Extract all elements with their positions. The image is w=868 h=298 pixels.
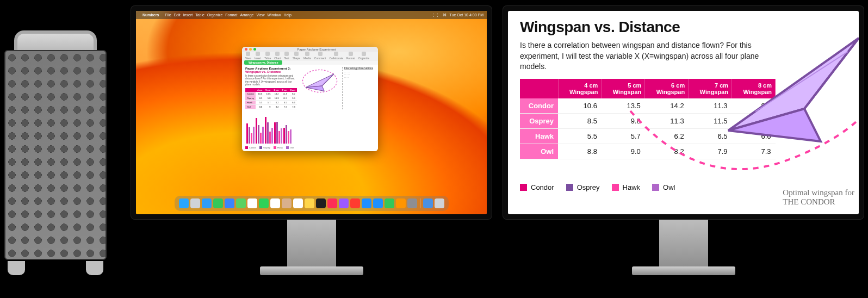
dock-app-reminders-icon[interactable] bbox=[293, 198, 303, 208]
numbers-window[interactable]: Paper Airplane Experiment ViewInsertTabl… bbox=[242, 47, 378, 151]
toolbar-button[interactable]: Text bbox=[284, 52, 289, 60]
dock-app-calendar-icon[interactable] bbox=[270, 198, 280, 208]
sheet-tab[interactable]: Wingspan vs. Distance bbox=[244, 60, 282, 65]
menubar-item[interactable]: Edit bbox=[174, 13, 181, 17]
data-table-small[interactable]: 4 cm5 cm6 cm7 cm8 cmCondor10.613.514.211… bbox=[245, 88, 297, 109]
dock-app-settings-icon[interactable] bbox=[407, 198, 417, 208]
dock-app-contacts-icon[interactable] bbox=[282, 198, 292, 208]
toolbar-button[interactable]: Shape bbox=[293, 52, 300, 60]
toolbar-button[interactable]: Organize bbox=[358, 52, 369, 60]
dock-app-facetime-icon[interactable] bbox=[259, 198, 269, 208]
dock-app-launchpad-icon[interactable] bbox=[190, 198, 200, 208]
chart-bar-group bbox=[274, 122, 282, 144]
dock-app-news-icon[interactable] bbox=[350, 198, 360, 208]
legend-item: Condor bbox=[245, 146, 256, 149]
menubar-item[interactable]: Insert bbox=[183, 13, 193, 17]
dock-app-trash-icon[interactable] bbox=[435, 198, 444, 208]
table-cell[interactable]: 9.8 bbox=[602, 113, 645, 128]
chart-bar-group bbox=[283, 125, 292, 144]
zoomed-document-screen[interactable]: Wingspan vs. Distance Is there a correla… bbox=[508, 11, 859, 214]
menubar-wifi-icon[interactable]: ⋮⋮ bbox=[432, 13, 439, 17]
menubar-item[interactable]: Table bbox=[195, 13, 204, 17]
toolbar-button[interactable]: View bbox=[245, 52, 251, 60]
dock-app-messages-icon[interactable] bbox=[213, 198, 223, 208]
chart-bar-group bbox=[265, 117, 273, 144]
table-row[interactable]: Hawk5.55.76.26.56.6 bbox=[245, 100, 297, 104]
dock-separator bbox=[420, 198, 420, 208]
dock-app-safari-icon[interactable] bbox=[202, 198, 212, 208]
table-cell[interactable]: 5.5 bbox=[558, 128, 602, 144]
desktop-screen[interactable]: Numbers FileEditInsertTableOrganizeForma… bbox=[136, 11, 487, 214]
menubar-clock[interactable]: Tue Oct 10 4:00 PM bbox=[450, 13, 483, 17]
table-cell[interactable]: 14.2 bbox=[645, 98, 689, 114]
chart-bar bbox=[249, 127, 250, 143]
dock-app-maps-icon[interactable] bbox=[236, 198, 246, 208]
toolbar-button[interactable]: Insert bbox=[255, 52, 262, 60]
legend-item: Condor bbox=[520, 183, 554, 191]
toolbar-button[interactable]: Table bbox=[264, 52, 271, 60]
toolbar-button[interactable]: Chart bbox=[274, 52, 281, 60]
table-cell[interactable]: 9.0 bbox=[602, 144, 645, 159]
mac-pro-body bbox=[4, 50, 107, 260]
table-cell[interactable]: 8.8 bbox=[558, 144, 602, 159]
dock-app-downloads-icon[interactable] bbox=[423, 198, 433, 208]
dock-app-pages-icon[interactable] bbox=[396, 198, 406, 208]
dock[interactable] bbox=[175, 196, 449, 211]
menubar-app-name[interactable]: Numbers bbox=[142, 13, 159, 17]
dock-app-appstore-icon[interactable] bbox=[362, 198, 371, 208]
dock-app-podcasts-icon[interactable] bbox=[339, 198, 349, 208]
column-header[interactable]: 4 cm Wingspan bbox=[558, 79, 602, 98]
toolbar-button[interactable]: Format bbox=[346, 52, 355, 60]
window-toolbar[interactable]: ViewInsertTableChartTextShapeMediaCommen… bbox=[242, 52, 378, 60]
toolbar-button[interactable]: Media bbox=[303, 52, 311, 60]
menubar[interactable]: Numbers FileEditInsertTableOrganizeForma… bbox=[136, 11, 487, 19]
zoom-icon[interactable] bbox=[253, 48, 256, 51]
chart-bar bbox=[246, 123, 248, 143]
table-cell[interactable]: 8.5 bbox=[558, 113, 602, 128]
table-cell[interactable]: 8.2 bbox=[645, 144, 689, 159]
menubar-item[interactable]: File bbox=[165, 13, 171, 17]
table-row[interactable]: Owl8.898.27.97.3 bbox=[245, 104, 297, 109]
document-zoom-view[interactable]: Wingspan vs. Distance Is there a correla… bbox=[508, 11, 859, 214]
dock-app-numbers-icon[interactable] bbox=[385, 198, 394, 208]
table-cell[interactable]: 13.5 bbox=[602, 98, 645, 114]
table-cell[interactable]: 6.2 bbox=[645, 128, 689, 144]
bar-chart-small[interactable] bbox=[245, 111, 375, 144]
menubar-item[interactable]: Organize bbox=[207, 13, 222, 17]
dock-app-notes-icon[interactable] bbox=[305, 198, 314, 208]
close-icon[interactable] bbox=[245, 48, 247, 51]
menubar-item[interactable]: View bbox=[256, 13, 264, 17]
row-header[interactable]: Osprey bbox=[520, 113, 558, 128]
menubar-control-center-icon[interactable]: ⌘ bbox=[443, 13, 447, 17]
row-header[interactable]: Condor bbox=[520, 98, 558, 114]
dock-app-finder-icon[interactable] bbox=[179, 198, 189, 208]
chart-bar bbox=[274, 122, 276, 144]
display-stand-base bbox=[260, 266, 363, 275]
dock-app-keynote-icon[interactable] bbox=[373, 198, 383, 208]
toolbar-button[interactable]: Collaborate bbox=[329, 52, 343, 60]
window-titlebar[interactable]: Paper Airplane Experiment bbox=[242, 47, 378, 52]
column-header[interactable]: 5 cm Wingspan bbox=[602, 79, 645, 98]
dock-app-mail-icon[interactable] bbox=[225, 198, 234, 208]
dock-app-music-icon[interactable] bbox=[327, 198, 337, 208]
menubar-item[interactable]: Arrange bbox=[240, 13, 254, 17]
chart-bar bbox=[253, 127, 255, 143]
table-cell[interactable]: 11.3 bbox=[645, 113, 689, 128]
row-header[interactable]: Owl bbox=[520, 144, 558, 159]
document-canvas[interactable]: Paper Airplane Experiment 3: Wingspan vs… bbox=[242, 65, 378, 151]
table-cell[interactable]: 5.7 bbox=[602, 128, 645, 144]
table-row[interactable]: Condor10.613.514.211.38.2 bbox=[245, 92, 297, 96]
chart-bar bbox=[267, 122, 269, 144]
chart-bar bbox=[260, 133, 262, 144]
table-cell[interactable]: 10.6 bbox=[558, 98, 602, 114]
table-row[interactable]: Osprey8.59.811.311.59.9 bbox=[245, 96, 297, 100]
dock-app-photos-icon[interactable] bbox=[247, 198, 257, 208]
menubar-item[interactable]: Format bbox=[225, 13, 237, 17]
menubar-item[interactable]: Help bbox=[283, 13, 291, 17]
column-header[interactable]: 6 cm Wingspan bbox=[645, 79, 689, 98]
minimize-icon[interactable] bbox=[249, 48, 252, 51]
menubar-item[interactable]: Window bbox=[267, 13, 281, 17]
row-header[interactable]: Hawk bbox=[520, 128, 558, 144]
dock-app-tv-icon[interactable] bbox=[316, 198, 326, 208]
toolbar-button[interactable]: Comment bbox=[314, 52, 326, 60]
